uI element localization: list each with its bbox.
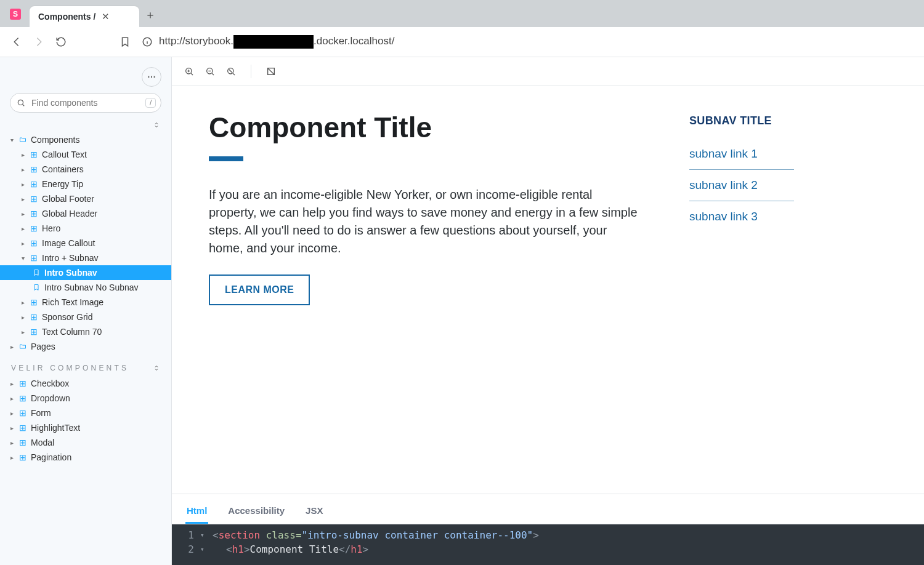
redacted-segment bbox=[233, 35, 314, 49]
back-icon[interactable] bbox=[11, 36, 22, 47]
addon-tab-accessibility[interactable]: Accessibility bbox=[227, 500, 286, 524]
code-viewer: 1 ▾ <section class="intro-subnav contain… bbox=[172, 524, 924, 565]
tree-item[interactable]: ▸⊞Text Column 70 bbox=[0, 324, 171, 339]
search-shortcut: / bbox=[145, 98, 156, 108]
reload-icon[interactable] bbox=[55, 36, 67, 47]
new-tab-button[interactable]: ＋ bbox=[142, 6, 159, 23]
background-toggle-icon[interactable] bbox=[266, 66, 276, 76]
sidebar-menu-button[interactable]: ⋯ bbox=[142, 67, 161, 87]
sort-icon[interactable] bbox=[153, 364, 160, 372]
tree-item[interactable]: ▸⊞Checkbox bbox=[0, 376, 171, 391]
tree-item[interactable]: ▸⊞Global Footer bbox=[0, 191, 171, 206]
chevron-right-icon: ▸ bbox=[20, 314, 26, 321]
tree-story-selected[interactable]: Intro Subnav bbox=[0, 265, 171, 280]
browser-tab[interactable]: Components / ✕ bbox=[30, 6, 139, 27]
search-input[interactable] bbox=[30, 97, 140, 108]
url-text: http://storybook..docker.localhost/ bbox=[159, 35, 394, 49]
info-icon[interactable] bbox=[142, 36, 153, 47]
chevron-down-icon: ▾ bbox=[9, 137, 15, 143]
component-icon: ⊞ bbox=[30, 238, 38, 248]
tree-folder-pages[interactable]: ▸ Pages bbox=[0, 339, 171, 354]
subnav: SUBNAV TITLE subnav link 1 subnav link 2… bbox=[689, 114, 794, 232]
chevron-right-icon: ▸ bbox=[20, 151, 26, 158]
zoom-in-icon[interactable] bbox=[184, 66, 194, 76]
line-number: 1 bbox=[183, 529, 194, 541]
chevron-right-icon: ▸ bbox=[20, 225, 26, 232]
component-icon: ⊞ bbox=[30, 209, 38, 218]
chevron-right-icon: ▸ bbox=[20, 210, 26, 217]
browser-tabstrip: S Components / ✕ ＋ bbox=[0, 0, 924, 27]
intro-block: Component Title If you are an income-eli… bbox=[209, 111, 640, 305]
subnav-link[interactable]: subnav link 3 bbox=[689, 201, 794, 232]
component-icon: ⊞ bbox=[30, 327, 38, 337]
tree-item[interactable]: ▸⊞Sponsor Grid bbox=[0, 310, 171, 324]
sidebar-tree: ▾ Components ▸⊞Callout Text ▸⊞Containers… bbox=[0, 132, 171, 565]
preview-toolbar bbox=[172, 57, 924, 86]
story-icon bbox=[32, 284, 41, 291]
chevron-right-icon: ▸ bbox=[9, 395, 15, 402]
chevron-right-icon: ▸ bbox=[20, 181, 26, 188]
tree-item[interactable]: ▸⊞Dropdown bbox=[0, 391, 171, 406]
addon-tab-html[interactable]: Html bbox=[185, 500, 208, 524]
tree-item[interactable]: ▸⊞Global Header bbox=[0, 206, 171, 221]
component-icon: ⊞ bbox=[30, 312, 38, 322]
tree-item[interactable]: ▸⊞Callout Text bbox=[0, 147, 171, 162]
chevron-right-icon: ▸ bbox=[20, 329, 26, 335]
chevron-right-icon: ▸ bbox=[9, 343, 15, 350]
sort-icon[interactable] bbox=[153, 121, 160, 129]
folder-icon bbox=[18, 136, 27, 143]
subnav-link[interactable]: subnav link 1 bbox=[689, 138, 794, 170]
bookmark-icon[interactable] bbox=[120, 36, 131, 47]
forward-icon bbox=[33, 36, 44, 47]
chevron-right-icon: ▸ bbox=[20, 299, 26, 306]
tree-folder-label: Components bbox=[31, 135, 79, 145]
component-icon: ⊞ bbox=[30, 194, 38, 204]
story-icon bbox=[32, 269, 41, 276]
chevron-right-icon: ▸ bbox=[9, 410, 15, 417]
chevron-right-icon: ▸ bbox=[20, 166, 26, 173]
close-icon[interactable]: ✕ bbox=[102, 11, 110, 22]
subnav-title: SUBNAV TITLE bbox=[689, 114, 794, 127]
zoom-out-icon[interactable] bbox=[205, 66, 215, 76]
tree-item[interactable]: ▸⊞HighlightText bbox=[0, 420, 171, 435]
tab-title: Components / bbox=[38, 12, 95, 22]
tree-item[interactable]: ▸⊞Rich Text Image bbox=[0, 295, 171, 310]
tree-item[interactable]: ▸⊞Containers bbox=[0, 162, 171, 177]
learn-more-button[interactable]: LEARN MORE bbox=[209, 274, 310, 305]
component-icon: ⊞ bbox=[18, 408, 27, 418]
chevron-right-icon: ▸ bbox=[9, 439, 15, 446]
search-box[interactable]: / bbox=[10, 93, 161, 113]
addons-panel: Html Accessibility JSX 1 ▾ <section clas… bbox=[172, 494, 924, 565]
tree-item[interactable]: ▸⊞Hero bbox=[0, 221, 171, 236]
addon-tab-jsx[interactable]: JSX bbox=[304, 500, 324, 524]
tree-item[interactable]: ▸⊞Pagination bbox=[0, 450, 171, 465]
tree-story[interactable]: Intro Subnav No Subnav bbox=[0, 280, 171, 295]
tree-item[interactable]: ▸⊞Form bbox=[0, 406, 171, 420]
component-icon: ⊞ bbox=[30, 297, 38, 307]
search-icon bbox=[17, 98, 25, 107]
preview-canvas: Component Title If you are an income-eli… bbox=[172, 86, 924, 494]
chevron-right-icon: ▸ bbox=[20, 240, 26, 247]
zoom-reset-icon[interactable] bbox=[226, 66, 236, 76]
tree-item-expanded[interactable]: ▾⊞Intro + Subnav bbox=[0, 250, 171, 265]
chevron-right-icon: ▸ bbox=[9, 425, 15, 431]
chevron-right-icon: ▸ bbox=[9, 454, 15, 461]
component-icon: ⊞ bbox=[30, 179, 38, 189]
component-icon: ⊞ bbox=[18, 452, 27, 462]
component-icon: ⊞ bbox=[18, 423, 27, 433]
folder-icon bbox=[18, 343, 27, 350]
component-icon: ⊞ bbox=[18, 438, 27, 447]
fold-icon[interactable]: ▾ bbox=[200, 531, 206, 539]
tree-item[interactable]: ▸⊞Modal bbox=[0, 435, 171, 450]
tree-folder-components[interactable]: ▾ Components bbox=[0, 132, 171, 147]
subnav-link[interactable]: subnav link 2 bbox=[689, 170, 794, 201]
sidebar-section-label: VELIR COMPONENTS bbox=[0, 354, 171, 376]
url-field[interactable]: http://storybook..docker.localhost/ bbox=[142, 35, 913, 49]
accent-bar bbox=[209, 156, 243, 161]
tree-item[interactable]: ▸⊞Energy Tip bbox=[0, 177, 171, 191]
tree-item[interactable]: ▸⊞Image Callout bbox=[0, 236, 171, 250]
component-title: Component Title bbox=[209, 111, 640, 144]
fold-icon[interactable]: ▾ bbox=[200, 545, 206, 553]
intro-paragraph: If you are an income-eligible New Yorker… bbox=[209, 186, 640, 257]
svg-point-1 bbox=[18, 100, 23, 105]
